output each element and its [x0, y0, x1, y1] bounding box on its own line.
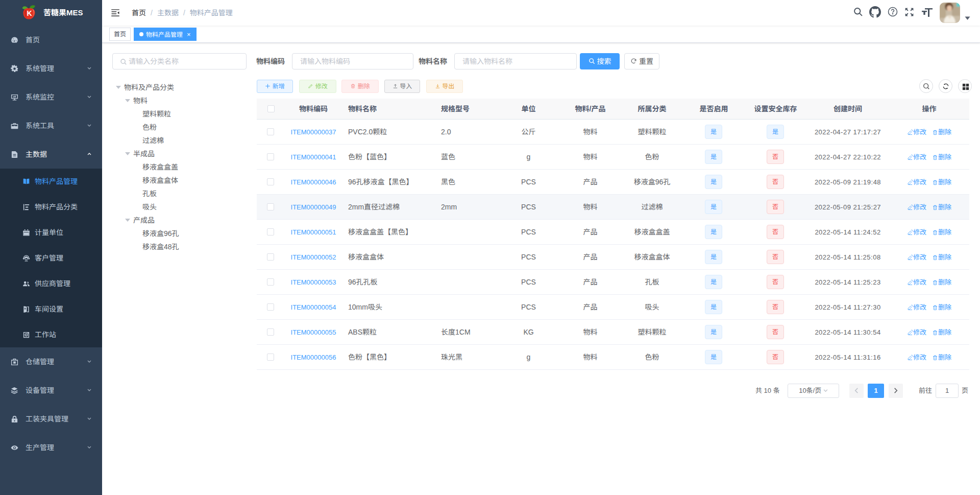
svg-text:K: K: [27, 9, 32, 17]
